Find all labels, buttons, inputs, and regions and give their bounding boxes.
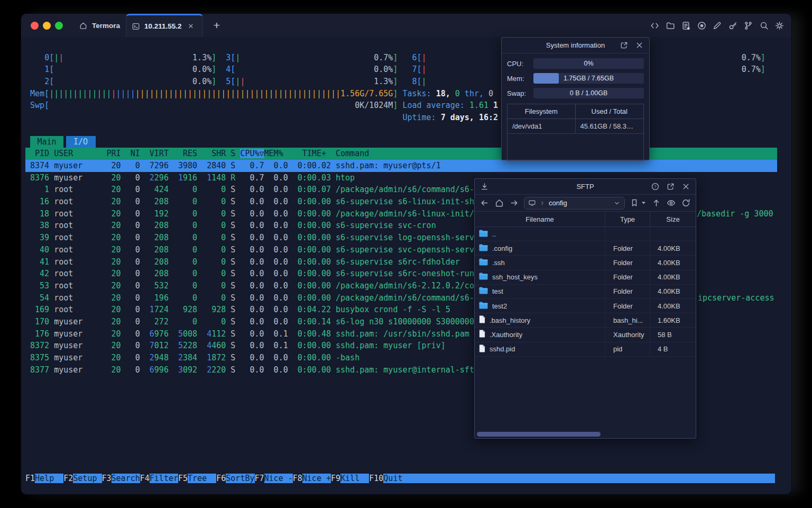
file-icon (479, 330, 485, 339)
svg-text:?: ? (654, 184, 657, 189)
file-size: 1.60KB (650, 313, 696, 327)
process-row[interactable]: 39 root 20 0 208 0 0 S 0.0 0.0 0:00.00 s… (25, 232, 474, 244)
horizontal-scrollbar[interactable] (477, 432, 694, 437)
download-icon[interactable] (480, 182, 489, 191)
file-size: 4.00KB (650, 241, 696, 255)
file-type: Folder (605, 241, 650, 255)
forward-icon[interactable] (509, 198, 519, 208)
file-type: Folder (605, 299, 650, 313)
bookmark-dropdown-icon[interactable] (641, 198, 647, 208)
sftp-file-row[interactable]: .sshFolder4.00KB (475, 256, 696, 270)
sftp-titlebar[interactable]: SFTP ? (475, 179, 696, 195)
file-size: 4 B (650, 342, 696, 356)
swap-label: Swap: (507, 89, 533, 97)
process-row[interactable]: 41 root 20 0 208 0 0 S 0.0 0.0 0:00.00 s… (25, 256, 460, 268)
file-name: sshd.pid (490, 345, 515, 353)
process-row[interactable]: 169 root 20 0 1724 928 928 S 0.0 0.0 0:0… (25, 304, 450, 316)
back-icon[interactable] (479, 198, 490, 208)
show-hidden-icon[interactable] (666, 198, 676, 208)
sftp-file-row[interactable]: sshd.pidpid4 B (475, 342, 696, 357)
sftp-toolbar: config (475, 195, 696, 212)
parent-directory-icon[interactable] (651, 198, 661, 208)
sftp-file-row[interactable]: .XauthorityXauthority58 B (475, 328, 696, 342)
close-icon[interactable] (635, 41, 644, 50)
sftp-file-row[interactable]: .configFolder4.00KB (475, 241, 696, 256)
size-column-header[interactable]: Size (650, 212, 696, 226)
system-information-titlebar[interactable]: System information (502, 38, 649, 53)
filesystem-name: /dev/vda1 (508, 119, 576, 133)
sftp-file-row[interactable]: .bash_historybash_hi...1.60KB (475, 313, 696, 328)
folder-icon (479, 302, 488, 311)
sftp-panel: SFTP ? config (474, 178, 696, 439)
chevron-down-icon[interactable] (613, 199, 621, 207)
close-icon[interactable] (681, 182, 690, 191)
process-row[interactable]: 176 myuser 20 0 6976 5008 4112 S 0.0 0.1… (25, 328, 469, 340)
file-type (605, 227, 650, 241)
process-row[interactable]: 40 root 20 0 208 0 0 S 0.0 0.0 0:00.00 s… (25, 244, 474, 256)
refresh-icon[interactable] (681, 198, 691, 208)
file-name: .. (492, 230, 496, 238)
process-row[interactable]: 8374 myuser 20 0 7296 3980 2840 S 0.7 0.… (25, 160, 777, 172)
process-row[interactable]: 53 root 20 0 532 0 0 S 0.0 0.0 0:00.00 /… (25, 280, 474, 292)
file-size: 58 B (650, 328, 696, 341)
file-type: Folder (605, 285, 650, 298)
process-row[interactable]: 8372 myuser 20 0 7012 5228 4460 S 0.0 0.… (25, 340, 446, 352)
file-name: .Xauthority (490, 331, 522, 339)
bookmark-icon[interactable] (630, 198, 640, 208)
app-window: Termora 10.211.55.2 ✕ + 0[|| 1.3%] 3[| (21, 14, 791, 494)
swap-usage-bar: 0 B / 1.00GB (533, 88, 644, 98)
sftp-empty-area (475, 357, 696, 438)
sftp-file-row[interactable]: .. (475, 227, 696, 241)
open-in-window-icon[interactable] (666, 182, 675, 191)
process-row[interactable]: 38 root 20 0 208 0 0 S 0.0 0.0 0:00.00 s… (25, 220, 436, 232)
htop-function-bar[interactable]: F1Help F2Setup F3SearchF4FilterF5Tree F6… (25, 473, 775, 485)
help-icon[interactable]: ? (651, 182, 660, 191)
system-information-panel: System information CPU: 0% Mem: 1.75GB /… (501, 37, 650, 160)
sftp-file-row[interactable]: test2Folder4.00KB (475, 299, 696, 313)
process-row[interactable]: 8377 myuser 20 0 6996 3092 2220 S 0.0 0.… (25, 364, 474, 376)
system-information-body: CPU: 0% Mem: 1.75GB / 7.65GB Swap: 0 B /… (502, 53, 649, 161)
open-in-window-icon[interactable] (620, 41, 629, 50)
process-row[interactable]: 54 root 20 0 196 0 0 S 0.0 0.0 0:00.00 /… (25, 292, 474, 304)
filesystem-row[interactable]: /dev/vda1 45.61GB / 58.3… (508, 119, 643, 134)
cpu-label: CPU: (507, 60, 533, 68)
file-type: pid (605, 342, 650, 356)
file-type: bash_hi... (605, 313, 650, 327)
sftp-file-row[interactable]: testFolder4.00KB (475, 285, 696, 299)
file-name: .ssh (492, 259, 505, 267)
process-row[interactable]: 8376 myuser 20 0 2296 1916 1148 R 0.7 0.… (25, 172, 355, 184)
file-type: Folder (605, 256, 650, 269)
file-type: Folder (605, 270, 650, 284)
chevron-right-icon (539, 200, 546, 206)
filesystem-column-header: Filesystem (508, 104, 576, 119)
cpu-usage-value: 0% (533, 58, 644, 69)
folder-icon (479, 244, 488, 253)
file-size: 4.00KB (650, 256, 696, 269)
process-row[interactable]: 42 root 20 0 208 0 0 S 0.0 0.0 0:00.00 s… (25, 268, 474, 280)
sftp-file-row[interactable]: ssh_host_keysFolder4.00KB (475, 270, 696, 285)
type-column-header[interactable]: Type (605, 212, 650, 226)
file-name: test (492, 287, 503, 295)
process-row[interactable]: 1 root 20 0 424 0 0 S 0.0 0.0 0:00.07 /p… (25, 184, 474, 196)
file-name: test2 (492, 302, 507, 310)
tab-main[interactable]: Main (30, 136, 63, 148)
filename-column-header[interactable]: Filename (475, 212, 605, 226)
file-size: 4.00KB (650, 270, 696, 284)
process-row[interactable]: 8375 myuser 20 0 2948 2384 1872 S 0.0 0.… (25, 352, 359, 364)
folder-icon (479, 287, 488, 296)
tab-io[interactable]: I/O (66, 136, 96, 148)
process-row[interactable]: 18 root 20 0 192 0 0 S 0.0 0.0 0:00.00 /… (25, 208, 474, 220)
process-row[interactable]: 16 root 20 0 208 0 0 S 0.0 0.0 0:00.00 s… (25, 196, 474, 208)
sftp-table-header: Filename Type Size (475, 212, 696, 227)
file-icon (479, 315, 485, 325)
process-row[interactable]: 170 myuser 20 0 272 0 0 S 0.0 0.0 0:00.1… (25, 316, 474, 328)
home-icon[interactable] (494, 198, 504, 208)
folder-icon (479, 273, 488, 282)
used-total-column-header: Used / Total (576, 104, 644, 119)
path-breadcrumb[interactable]: config (524, 197, 625, 210)
folder-icon (479, 258, 488, 267)
mem-usage-value: 1.75GB / 7.65GB (533, 73, 644, 84)
filesystem-usage: 45.61GB / 58.3… (576, 119, 644, 133)
file-size: 4.00KB (650, 285, 696, 298)
folder-icon (479, 230, 488, 239)
